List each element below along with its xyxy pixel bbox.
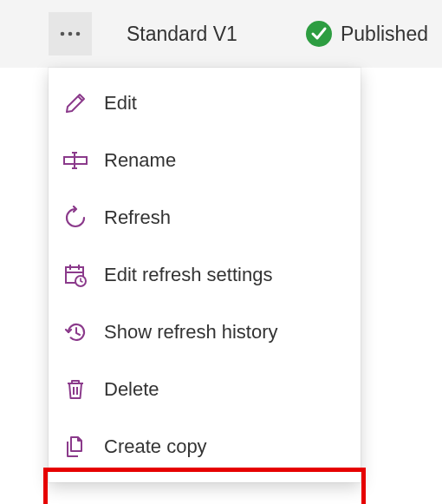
menu-label: Rename: [104, 149, 176, 172]
menu-label: Edit refresh settings: [104, 264, 272, 286]
rename-icon: [62, 147, 88, 173]
more-options-button[interactable]: [49, 12, 92, 56]
item-title: Standard V1: [127, 23, 237, 46]
menu-item-rename[interactable]: Rename: [49, 132, 361, 189]
trash-icon: [62, 376, 88, 403]
menu-label: Edit: [104, 92, 137, 115]
pencil-icon: [62, 90, 88, 116]
svg-point-1: [68, 32, 73, 36]
history-icon: [62, 319, 88, 345]
status-badge: Published: [306, 21, 428, 47]
svg-point-0: [61, 32, 65, 36]
context-menu: Edit Rename Refresh Edi: [49, 68, 361, 482]
menu-label: Refresh: [104, 206, 171, 229]
calendar-settings-icon: [62, 262, 88, 288]
menu-item-edit[interactable]: Edit: [49, 75, 361, 132]
copy-icon: [62, 434, 88, 460]
menu-label: Show refresh history: [104, 321, 278, 344]
menu-label: Create copy: [104, 435, 207, 458]
menu-item-delete[interactable]: Delete: [49, 361, 361, 418]
svg-point-3: [306, 21, 332, 47]
top-bar: Standard V1 Published: [0, 0, 442, 68]
status-label: Published: [341, 23, 428, 46]
menu-item-create-copy[interactable]: Create copy: [49, 418, 361, 475]
menu-item-refresh[interactable]: Refresh: [49, 189, 361, 246]
menu-label: Delete: [104, 378, 159, 401]
menu-item-show-refresh-history[interactable]: Show refresh history: [49, 304, 361, 361]
refresh-icon: [62, 205, 88, 231]
check-circle-icon: [306, 21, 332, 47]
menu-item-edit-refresh-settings[interactable]: Edit refresh settings: [49, 246, 361, 304]
svg-point-2: [76, 32, 81, 36]
more-horizontal-icon: [57, 21, 83, 47]
